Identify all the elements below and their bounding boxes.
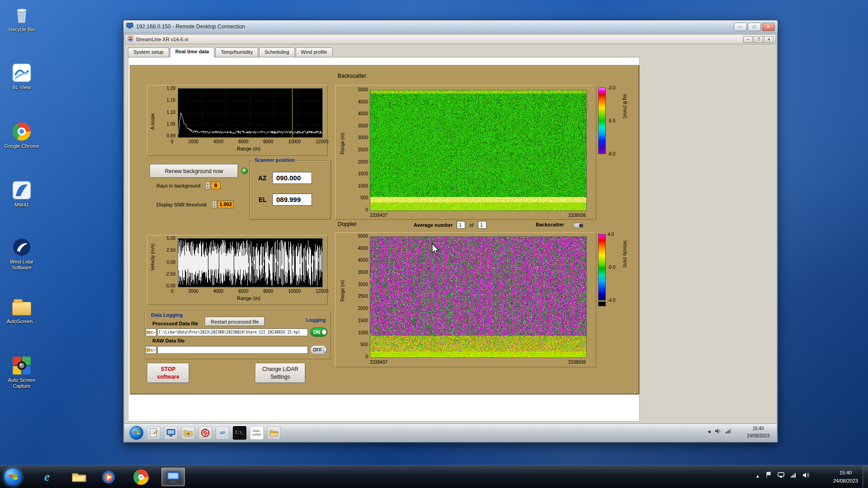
colorbar-ticks: -3.0-5.5-8.0 xyxy=(608,85,615,156)
raw-logging-toggle[interactable]: OFF xyxy=(310,345,327,354)
taskbar-clock[interactable]: 15:40 24/08/2023 xyxy=(833,469,858,485)
colorbar-label: log B [/m/sr] xyxy=(623,94,627,118)
taskbar-ie[interactable]: e xyxy=(35,468,59,486)
maximize-button[interactable]: □ xyxy=(748,23,761,31)
rays-value-field[interactable]: 8 xyxy=(211,182,221,189)
volume-icon[interactable] xyxy=(715,428,721,435)
tick-label: 0.00 xyxy=(167,260,175,265)
network-icon[interactable] xyxy=(790,472,797,480)
remote-desktop-icon xyxy=(166,471,180,483)
volume-icon[interactable] xyxy=(802,472,809,480)
desktop-icon-auto-screen-capture[interactable]: Auto Screen Capture xyxy=(0,355,43,389)
az-field[interactable]: 090.000 xyxy=(272,172,312,184)
power-icon[interactable] xyxy=(198,426,212,440)
remote-clock[interactable]: 15:40 24/08/2023 xyxy=(747,425,769,440)
xp-app-icon[interactable]: XP xyxy=(216,426,229,440)
hidden-icons-chevron[interactable]: ◀ xyxy=(708,429,711,434)
tick-label: 12000 xyxy=(316,289,328,294)
renew-background-button[interactable]: Renew background now xyxy=(150,164,238,178)
folder-share-icon[interactable] xyxy=(181,426,195,440)
network-icon[interactable] xyxy=(725,428,731,435)
chevron-down-icon: ▾ xyxy=(154,348,155,352)
monitor-icon[interactable] xyxy=(164,426,178,440)
desktop-icon-bl-view[interactable]: BL-View xyxy=(0,62,43,90)
host-taskbar: e ▲ 15:40 24/08/2023 xyxy=(0,465,868,488)
taskbar-rdp-active[interactable] xyxy=(161,468,185,486)
rays-spinner[interactable]: ▲▼ xyxy=(205,182,210,189)
change-lidar-settings-button[interactable]: Change LiDAR Settings xyxy=(255,363,306,383)
stop-software-button[interactable]: STOP software xyxy=(147,363,189,383)
tab-real-time-data[interactable]: Real time data xyxy=(170,47,215,57)
open-folder-icon[interactable] xyxy=(267,426,281,440)
scan-sched-icon[interactable]: Scan sched xyxy=(250,426,264,440)
tab-system-setup[interactable]: System setup xyxy=(128,47,169,57)
desktop: Recycle Bin BL-View Google Chrome MW41 W… xyxy=(0,0,868,488)
tab-temp-humidity[interactable]: Temp/humidity xyxy=(215,47,258,57)
tick-label: 5.00 xyxy=(167,236,175,241)
app-minimize-button[interactable]: ─ xyxy=(743,36,753,43)
display-icon[interactable] xyxy=(778,472,784,480)
terminal-icon[interactable]: C:\_ xyxy=(233,426,246,440)
snr-value-field[interactable]: 1.002 xyxy=(217,201,234,208)
settings-button-line1: Change LiDAR xyxy=(258,366,302,373)
hidden-icons-chevron[interactable]: ▲ xyxy=(755,474,760,479)
minimize-button[interactable]: ─ xyxy=(734,23,747,31)
average-number-field[interactable]: 1 xyxy=(457,221,465,229)
background-led[interactable] xyxy=(241,168,248,174)
taskbar-explorer[interactable] xyxy=(67,468,91,486)
tick-label: 1.15 xyxy=(167,98,175,103)
desktop-icon-label: MW41 xyxy=(0,202,43,208)
start-button[interactable] xyxy=(4,468,22,486)
taskbar-media-player[interactable] xyxy=(97,468,120,486)
tick-label: 3000 xyxy=(358,135,368,140)
mouse-cursor xyxy=(432,243,441,256)
tick-label: 4000 xyxy=(358,111,368,116)
tab-strip: System setup Real time data Temp/humidit… xyxy=(128,47,640,57)
rdp-titlebar[interactable]: 192.168.0.150 - Remote Desktop Connectio… xyxy=(123,20,778,33)
velocity-plot xyxy=(178,238,323,287)
tick-label: 4.0 xyxy=(608,232,614,237)
app-restore-button[interactable]: ❐ xyxy=(754,36,763,43)
tick-label: 4000 xyxy=(213,289,223,294)
desktop-icon-recycle-bin[interactable]: Recycle Bin xyxy=(0,5,43,33)
doppler-title: Doppler xyxy=(338,221,357,227)
processed-logging-toggle[interactable]: ON xyxy=(310,328,327,337)
ascope-ylabel: A-scope xyxy=(150,103,155,130)
app-window-title: StreamLine XR v14-6.vi xyxy=(136,37,742,42)
app-titlebar[interactable]: StreamLine XR v14-6.vi ─ ❐ ✕ xyxy=(125,34,776,44)
show-desktop-button[interactable] xyxy=(863,465,868,488)
average-total-field[interactable]: 1 xyxy=(478,221,486,229)
processed-data-file-label: Processed Data file xyxy=(152,321,198,326)
el-field[interactable]: 089.999 xyxy=(272,193,312,206)
processed-drive-selector[interactable]: C ▾ xyxy=(146,328,156,336)
close-button[interactable]: ✕ xyxy=(762,23,775,31)
app-close-button[interactable]: ✕ xyxy=(764,36,774,43)
action-center-flag-icon[interactable] xyxy=(766,472,772,480)
tab-wind-profile[interactable]: Wind profile xyxy=(296,47,333,57)
backscatter-toggle[interactable] xyxy=(573,223,584,228)
front-panel-area: A-scope 1.201.151.101.050.99 02000400060… xyxy=(128,57,640,422)
desktop-icon-wind-lidar[interactable]: Wind Lidar Software xyxy=(0,237,43,271)
ascope-plot xyxy=(178,88,323,138)
doppler-chart: Range (m) 500045004000350030002500200015… xyxy=(335,232,596,367)
raw-drive-selector[interactable]: C ▾ xyxy=(146,346,156,354)
tick-label: 2500 xyxy=(358,294,368,299)
taskbar-chrome[interactable] xyxy=(129,468,153,486)
tick-label: -0.0 xyxy=(608,265,615,270)
tick-label: 3000 xyxy=(358,282,368,287)
desktop-icon-autoscreen-folder[interactable]: AutoScreen... xyxy=(0,296,43,324)
notepad-icon[interactable] xyxy=(147,426,160,440)
restart-processed-file-button[interactable]: Restart processed file xyxy=(205,317,265,326)
desktop-icon-mw41[interactable]: MW41 xyxy=(0,180,43,208)
ascope-yticks: 1.201.151.101.050.99 xyxy=(159,86,175,138)
remote-taskbar: XP C:\_ Scan sched ◀ 15:40 24/08/2023 xyxy=(124,423,777,441)
raw-path-field[interactable] xyxy=(157,346,308,354)
snr-spinner[interactable]: ▲▼ xyxy=(212,201,217,208)
snr-label: Display SNR threshold xyxy=(156,202,207,207)
raw-data-file-label: RAW Data file xyxy=(152,338,185,343)
remote-start-button[interactable] xyxy=(130,426,143,440)
processed-path-field[interactable]: C:\Lidar\Data\Proc\2023\202308\20230824\… xyxy=(157,328,308,336)
backscatter-chart: Range (m) 500045004000350030002500200015… xyxy=(335,85,596,220)
desktop-icon-google-chrome[interactable]: Google Chrome xyxy=(0,121,43,149)
tab-scheduling[interactable]: Scheduling xyxy=(259,47,294,57)
